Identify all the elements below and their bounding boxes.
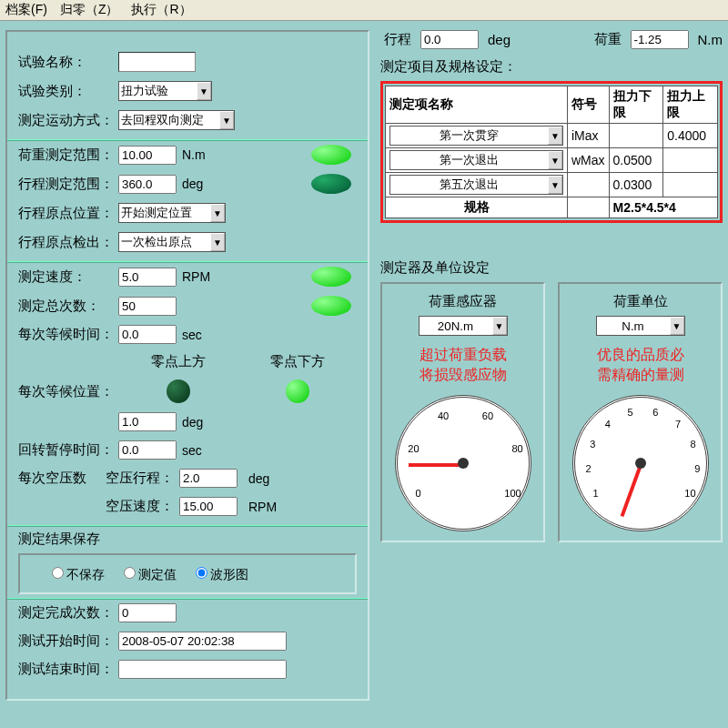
label-origin-pos: 行程原点位置： [18,205,118,222]
sensor-select[interactable] [420,318,492,334]
load-readout [631,30,689,49]
cell-sym [568,173,610,197]
gauge-load-sensor: 荷重感应器 ▼ 超过荷重负载将损毁感应物 020406080100 [380,282,545,542]
unit-select[interactable] [597,318,670,334]
chevron-down-icon[interactable]: ▼ [548,151,562,169]
load-range-input[interactable] [118,146,177,165]
speed-input[interactable] [118,268,177,287]
label-test-name: 试验名称： [18,54,118,71]
end-time-input[interactable] [118,660,287,679]
label-stroke: 行程 [384,31,411,48]
cell-lo[interactable]: 0.0300 [609,173,663,197]
info-text: 优良的品质必需精确的量测 [597,345,684,386]
test-type-select[interactable] [119,83,197,99]
row-name[interactable] [390,152,548,168]
unit-dial-icon: 12345678910 [572,395,709,531]
chevron-down-icon[interactable]: ▼ [219,111,234,129]
menu-run[interactable]: 执行（R） [131,2,191,18]
th-hi: 扭力上限 [663,86,718,124]
chevron-down-icon[interactable]: ▼ [210,233,225,251]
cell-lo[interactable] [609,124,663,148]
label-air-num: 每次空压数 [18,470,100,487]
unit-nm: N.m [182,147,206,162]
unit-deg: deg [248,471,269,486]
deg-input[interactable] [118,412,177,431]
menu-bar: 档案(F) 归零（Z） 执行（R） [0,0,728,21]
unit-rpm: RPM [248,500,277,514]
stroke-range-input[interactable] [118,175,177,194]
chevron-down-icon[interactable]: ▼ [670,317,684,335]
settings-panel: 试验名称： 试验类别： ▼ 测定运动方式： ▼ 荷重测定范围： N.m 行程测定… [5,30,369,701]
cell-lo[interactable]: 0.0500 [609,148,663,173]
chevron-down-icon[interactable]: ▼ [197,82,211,100]
origin-detect-select[interactable] [119,234,210,250]
label-stroke-range: 行程测定范围： [18,176,118,193]
th-name: 测定项名称 [386,86,568,124]
cell-hi[interactable] [663,148,718,173]
indicator-dark-icon [311,174,351,194]
warning-text: 超过荷重负载将损毁感应物 [420,345,507,386]
menu-file[interactable]: 档案(F) [5,2,47,18]
chevron-down-icon[interactable]: ▼ [210,204,225,222]
label-count: 测定总次数： [18,298,118,315]
spec-table-highlight: 测定项名称 符号 扭力下限 扭力上限 ▼ iMax 0.4000 ▼ wMax [380,81,723,223]
cell-spec-val[interactable]: M2.5*4.5*4 [609,197,717,218]
unit-rpm: RPM [182,269,210,284]
chevron-down-icon[interactable]: ▼ [492,317,507,335]
radio-wave[interactable]: 波形图 [191,564,248,583]
spec-table: 测定项名称 符号 扭力下限 扭力上限 ▼ iMax 0.4000 ▼ wMax [385,86,718,218]
gauge-title: 荷重感应器 [429,293,497,310]
chevron-down-icon[interactable]: ▼ [548,126,562,145]
zero-up-indicator-icon [167,379,190,403]
count-input[interactable] [118,297,177,316]
row-name[interactable] [390,127,548,144]
table-row: ▼ iMax 0.4000 [386,124,718,148]
label-zero-up: 零点上方 [151,353,206,370]
label-speed: 测定速度： [18,268,118,286]
radio-nosave[interactable]: 不保存 [47,564,105,583]
wait-input[interactable] [118,325,177,344]
label-zero-down: 零点下方 [270,353,325,370]
label-gauge-section: 测定器及单位设定 [380,259,723,277]
cell-hi[interactable]: 0.4000 [663,124,718,148]
label-end-time: 测试结束时间： [18,661,118,678]
chevron-down-icon[interactable]: ▼ [548,176,562,194]
unit-sec: sec [182,328,202,342]
table-row: 规格 M2.5*4.5*4 [386,197,718,218]
pause-input[interactable] [118,440,177,460]
cell-sym: iMax [568,124,610,148]
cell-hi[interactable] [663,173,718,197]
motion-select[interactable] [119,112,219,128]
indicator-green-icon [311,267,351,287]
menu-zero[interactable]: 归零（Z） [60,2,119,18]
label-pause: 回转暂停时间： [18,441,118,459]
table-row: ▼ wMax 0.0500 [386,148,718,173]
label-test-type: 试验类别： [18,83,118,100]
origin-pos-select[interactable] [119,205,210,221]
done-count-input[interactable] [118,603,177,622]
test-name-input[interactable] [118,52,196,72]
load-dial-icon: 020406080100 [395,395,531,531]
unit-nm: N.m [698,32,723,47]
label-motion: 测定运动方式： [18,112,118,129]
label-wait-pos: 每次等候位置： [18,383,118,400]
stroke-readout [420,30,479,49]
indicator-green-icon [311,145,351,165]
row-name[interactable] [390,177,548,193]
label-done-count: 测定完成次数： [18,604,118,622]
label-load-range: 荷重测定范围： [18,147,118,164]
unit-deg: deg [182,177,203,191]
gauge-title: 荷重单位 [613,293,668,310]
unit-deg: deg [182,415,203,430]
radio-value[interactable]: 测定值 [119,564,177,583]
label-air-stroke: 空压行程： [106,470,174,487]
th-lo: 扭力下限 [609,86,663,124]
label-load: 荷重 [594,31,622,48]
gauge-load-unit: 荷重单位 ▼ 优良的品质必需精确的量测 12345678910 [558,282,723,542]
label-save: 测定结果保存 [18,531,357,548]
cell-sym: wMax [568,148,610,173]
start-time-input[interactable] [118,632,287,651]
air-speed-input[interactable] [179,497,238,516]
label-origin-detect: 行程原点检出： [18,234,118,251]
air-stroke-input[interactable] [179,469,238,488]
